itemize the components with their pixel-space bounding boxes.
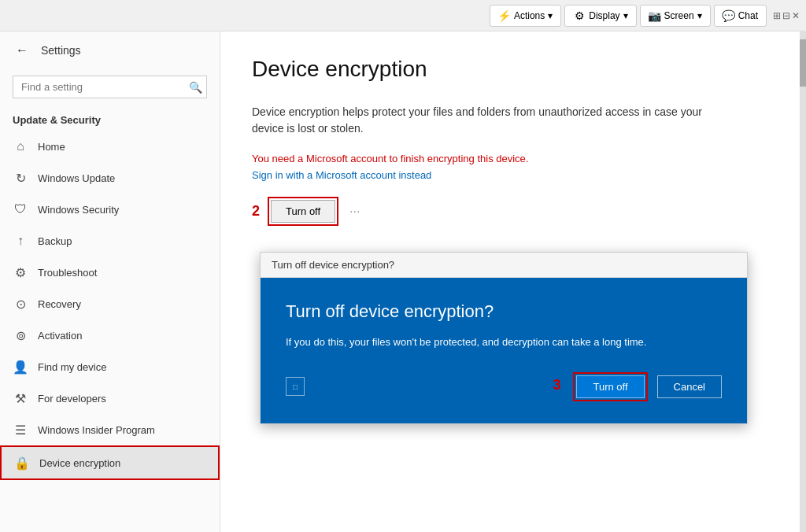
sidebar-item-recovery-label: Recovery <box>38 298 81 310</box>
activation-icon: ⊚ <box>13 327 28 343</box>
step2-label: 2 <box>252 203 260 220</box>
grid-controls: ⊞ ⊟ ✕ <box>773 10 800 21</box>
for-developers-icon: ⚒ <box>13 390 28 406</box>
dialog-turn-off-highlight: Turn off <box>573 372 647 401</box>
sidebar-item-for-developers[interactable]: ⚒ For developers <box>0 382 220 414</box>
display-button[interactable]: ⚙ Display ▾ <box>564 5 636 27</box>
sidebar-item-recovery[interactable]: ⊙ Recovery <box>0 288 220 320</box>
troubleshoot-icon: ⚙ <box>13 264 28 280</box>
search-input[interactable] <box>13 76 207 98</box>
actions-icon: ⚡ <box>498 9 511 22</box>
sidebar-item-find-my-device[interactable]: 👤 Find my device <box>0 351 220 382</box>
dialog-main-title: Turn off device encryption? <box>286 301 722 322</box>
sidebar-item-home-label: Home <box>38 141 65 153</box>
sidebar-item-for-developers-label: For developers <box>38 393 106 405</box>
display-chevron: ▾ <box>623 10 628 21</box>
search-icon[interactable]: 🔍 <box>189 81 202 94</box>
sidebar-item-windows-update-label: Windows Update <box>38 172 115 184</box>
screen-button[interactable]: 📷 Screen ▾ <box>640 5 711 27</box>
sidebar-item-windows-insider-label: Windows Insider Program <box>38 424 155 436</box>
dialog-checkbox-icon: □ <box>286 377 305 396</box>
dialog-wrapper: Turn off device encryption? Turn off dev… <box>260 252 748 424</box>
back-button[interactable]: ← <box>13 41 31 60</box>
sidebar-item-troubleshoot[interactable]: ⚙ Troubleshoot <box>0 257 220 288</box>
app-container: ← Settings 🔍 Update & Security ⌂ Home ↻ … <box>0 31 806 532</box>
dialog-turn-off-button[interactable]: Turn off <box>576 375 644 398</box>
app-title: Settings <box>41 44 81 57</box>
sidebar-item-find-my-device-label: Find my device <box>38 361 106 373</box>
dots-decoration: ··· <box>349 205 360 219</box>
sidebar-item-windows-security-label: Windows Security <box>38 204 119 216</box>
find-my-device-icon: 👤 <box>13 359 28 375</box>
description-text: Device encryption helps protect your fil… <box>252 104 724 137</box>
screen-chevron: ▾ <box>697 10 702 21</box>
dialog-description: If you do this, your files won't be prot… <box>286 334 722 350</box>
actions-chevron: ▾ <box>548 10 553 21</box>
page-title: Device encryption <box>252 57 775 82</box>
toolbar-right: ⚡ Actions ▾ ⚙ Display ▾ 📷 Screen ▾ 💬 Cha… <box>490 5 800 27</box>
section-title: Update & Security <box>0 105 220 131</box>
sidebar: ← Settings 🔍 Update & Security ⌂ Home ↻ … <box>0 31 220 532</box>
actions-label: Actions <box>514 10 545 21</box>
sidebar-item-windows-insider[interactable]: ☰ Windows Insider Program <box>0 414 220 445</box>
sidebar-item-activation-label: Activation <box>38 330 82 342</box>
windows-security-icon: 🛡 <box>13 201 28 217</box>
sidebar-item-home[interactable]: ⌂ Home <box>0 131 220 162</box>
home-icon: ⌂ <box>13 139 28 154</box>
content-area: Device encryption Device encryption help… <box>220 31 806 532</box>
turn-off-area: 2 Turn off ··· <box>252 197 775 226</box>
chat-label: Chat <box>738 10 758 21</box>
step3-label: 3 <box>553 377 560 393</box>
sign-in-link[interactable]: Sign in with a Microsoft account instead <box>252 169 775 181</box>
windows-insider-icon: ☰ <box>13 422 28 438</box>
sidebar-item-windows-security[interactable]: 🛡 Windows Security <box>0 194 220 225</box>
back-icon: ← <box>16 43 28 57</box>
search-box: 🔍 <box>13 76 207 98</box>
sidebar-item-backup-label: Backup <box>38 235 72 247</box>
display-label: Display <box>589 10 619 21</box>
display-icon: ⚙ <box>573 9 586 22</box>
recovery-icon: ⊙ <box>13 296 28 312</box>
screen-icon: 📷 <box>649 9 661 22</box>
sidebar-item-activation[interactable]: ⊚ Activation <box>0 320 220 351</box>
chat-button[interactable]: 💬 Chat <box>714 5 767 27</box>
sidebar-item-device-encryption[interactable]: 🔒 Device encryption <box>0 445 220 480</box>
actions-button[interactable]: ⚡ Actions ▾ <box>490 5 561 27</box>
warning-text: You need a Microsoft account to finish e… <box>252 153 775 164</box>
backup-icon: ↑ <box>13 233 28 249</box>
toolbar: ⚡ Actions ▾ ⚙ Display ▾ 📷 Screen ▾ 💬 Cha… <box>0 0 806 31</box>
scrollbar[interactable] <box>800 31 806 532</box>
chat-icon: 💬 <box>723 9 735 22</box>
windows-update-icon: ↻ <box>13 170 28 186</box>
screen-label: Screen <box>664 10 694 21</box>
dialog-cancel-button[interactable]: Cancel <box>657 375 722 398</box>
turn-off-button-highlight: Turn off <box>268 197 338 226</box>
dialog-actions: □ 3 Turn off Cancel <box>286 372 722 401</box>
dialog-titlebar: Turn off device encryption? <box>261 253 747 278</box>
scrollbar-thumb[interactable] <box>800 39 806 87</box>
dialog-body: Turn off device encryption? If you do th… <box>261 278 747 423</box>
device-encryption-icon: 🔒 <box>14 455 30 471</box>
sidebar-item-backup[interactable]: ↑ Backup <box>0 225 220 257</box>
sidebar-item-troubleshoot-label: Troubleshoot <box>38 267 97 279</box>
sidebar-header: ← Settings <box>0 31 220 69</box>
turn-off-button[interactable]: Turn off <box>271 200 335 223</box>
sidebar-item-device-encryption-label: Device encryption <box>39 457 120 469</box>
sidebar-item-windows-update[interactable]: ↻ Windows Update <box>0 162 220 194</box>
